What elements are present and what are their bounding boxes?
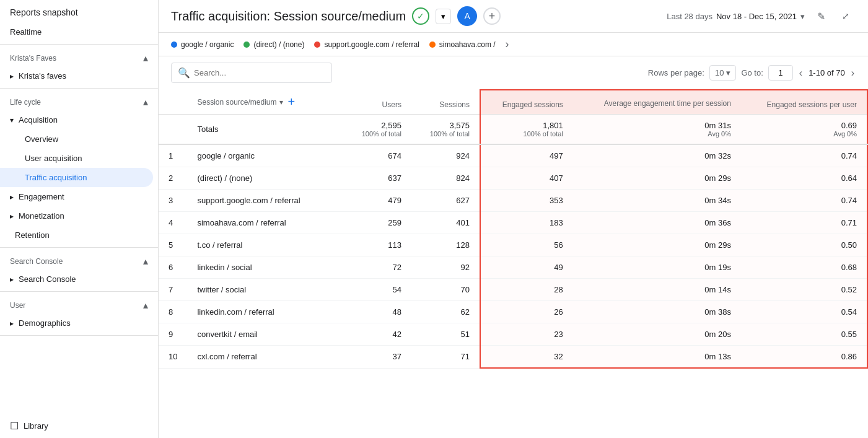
page-title: Traffic acquisition: Session source/medi…: [171, 9, 406, 24]
row-num-9: 9: [159, 323, 187, 346]
customize-report-button[interactable]: ✎: [811, 6, 831, 26]
sidebar-item-library[interactable]: ☐ Library: [0, 414, 158, 438]
chevron-up-icon-4: ▴: [143, 299, 148, 311]
page-info: 1-10 of 70: [809, 68, 845, 77]
row-source-3: support.google.com / referral: [187, 190, 343, 212]
add-column-button[interactable]: +: [286, 95, 298, 109]
row-users-7: 54: [343, 279, 411, 301]
search-input[interactable]: [194, 68, 325, 77]
col-header-sessions[interactable]: Sessions: [411, 90, 480, 115]
col-header-source[interactable]: Session source/medium ▾ +: [187, 90, 343, 115]
legend-label-direct: (direct) / (none): [253, 40, 304, 49]
col-header-avg-engagement[interactable]: Average engagement time per session: [573, 90, 741, 115]
sidebar-item-acquisition[interactable]: ▾ Acquisition: [0, 110, 153, 129]
date-caret-icon[interactable]: ▾: [800, 12, 805, 21]
search-box[interactable]: 🔍: [171, 63, 332, 83]
legend-label-support: support.google.com / referral: [324, 40, 419, 49]
sidebar-section-kristas-faves[interactable]: Krista's Faves ▴: [0, 47, 158, 66]
add-comparison-button[interactable]: +: [483, 7, 501, 25]
sidebar: Reports snapshot Realtime Krista's Faves…: [0, 0, 159, 438]
legend-item-simoahava[interactable]: simoahava.com /: [429, 40, 496, 49]
row-engaged-sessions-9: 23: [480, 323, 573, 346]
row-source-1: google / organic: [187, 144, 343, 167]
header-icons: ✎ ⤢: [811, 6, 856, 26]
table-header-row: Session source/medium ▾ + Users Sessions…: [159, 90, 867, 115]
row-users-9: 42: [343, 323, 411, 346]
sidebar-section-user[interactable]: User ▴: [0, 294, 158, 313]
row-avg-engagement-5: 0m 29s: [573, 234, 741, 256]
arrow-right-icon-4: ▸: [10, 319, 14, 328]
table-row: 7 twitter / social 54 70 28 0m 14s 0.52: [159, 279, 867, 301]
row-source-5: t.co / referral: [187, 234, 343, 256]
table-row: 6 linkedin / social 72 92 49 0m 19s 0.68: [159, 256, 867, 279]
table-row: 5 t.co / referral 113 128 56 0m 29s 0.50: [159, 234, 867, 256]
row-num-2: 2: [159, 167, 187, 190]
table-row: 2 (direct) / (none) 637 824 407 0m 29s 0…: [159, 167, 867, 190]
legend-bar: google / organic (direct) / (none) suppo…: [159, 33, 868, 56]
sidebar-item-realtime[interactable]: Realtime: [0, 22, 158, 42]
goto-input[interactable]: [768, 65, 793, 81]
col-sort-icon: ▾: [279, 98, 283, 107]
divider-4: [0, 291, 158, 292]
chevron-down-icon: ▾: [441, 12, 445, 21]
arrow-right-icon-3: ▸: [10, 275, 14, 284]
row-num-5: 5: [159, 234, 187, 256]
status-check-icon[interactable]: ✓: [412, 7, 429, 25]
totals-row: Totals 2,595 100% of total 3,575 100% of…: [159, 115, 867, 145]
row-source-4: simoahava.com / referral: [187, 212, 343, 234]
rows-value: 10: [715, 68, 724, 77]
col-header-users[interactable]: Users: [343, 90, 411, 115]
sidebar-item-traffic-acquisition[interactable]: Traffic acquisition: [0, 168, 153, 187]
sidebar-item-reports-snapshot[interactable]: Reports snapshot: [0, 0, 158, 22]
row-users-4: 259: [343, 212, 411, 234]
sidebar-item-user-acquisition[interactable]: User acquisition: [0, 149, 153, 168]
sidebar-item-engagement[interactable]: ▸ Engagement: [0, 187, 153, 206]
sidebar-section-life-cycle[interactable]: Life cycle ▴: [0, 91, 158, 110]
sidebar-item-monetization[interactable]: ▸ Monetization: [0, 206, 153, 226]
prev-page-button[interactable]: ‹: [798, 66, 804, 80]
row-source-8: linkedin.com / referral: [187, 301, 343, 323]
row-engaged-per-user-5: 0.50: [741, 234, 867, 256]
divider-1: [0, 44, 158, 45]
date-range-dates: Nov 18 - Dec 15, 2021: [716, 12, 797, 21]
rows-chevron-icon: ▾: [726, 68, 730, 77]
share-icon: ⤢: [842, 11, 849, 21]
table-row: 8 linkedin.com / referral 48 62 26 0m 38…: [159, 301, 867, 323]
totals-label: Totals: [187, 115, 343, 145]
chevron-up-icon-2: ▴: [143, 96, 148, 108]
next-page-button[interactable]: ›: [850, 66, 856, 80]
row-num-header: [159, 90, 187, 115]
date-range: Last 28 days Nov 18 - Dec 15, 2021 ▾: [667, 12, 805, 21]
totals-engaged-per-user: 0.69 Avg 0%: [741, 115, 867, 145]
sidebar-item-retention[interactable]: Retention: [0, 226, 153, 245]
legend-more-button[interactable]: ›: [506, 38, 509, 51]
legend-item-google-organic[interactable]: google / organic: [171, 40, 234, 49]
row-num-4: 4: [159, 212, 187, 234]
legend-dot-google: [171, 42, 177, 48]
sidebar-section-search-console[interactable]: Search Console ▴: [0, 250, 158, 269]
col-header-engaged-sessions[interactable]: Engaged sessions: [480, 90, 573, 115]
title-dropdown-button[interactable]: ▾: [436, 9, 451, 24]
row-engaged-sessions-4: 183: [480, 212, 573, 234]
col-header-engaged-per-user[interactable]: Engaged sessions per user: [741, 90, 867, 115]
row-sessions-1: 924: [411, 144, 480, 167]
avatar[interactable]: A: [457, 6, 477, 26]
table-row: 9 convertkit / email 42 51 23 0m 20s 0.5…: [159, 323, 867, 346]
rows-per-page-select[interactable]: 10 ▾: [709, 65, 736, 81]
row-sessions-5: 128: [411, 234, 480, 256]
row-source-7: twitter / social: [187, 279, 343, 301]
sidebar-item-kristas-faves[interactable]: ▸ Krista's faves: [0, 66, 153, 85]
share-button[interactable]: ⤢: [836, 6, 856, 26]
pagination-area: Rows per page: 10 ▾ Go to: ‹ 1-10 of 70 …: [648, 65, 856, 81]
legend-label-simoahava: simoahava.com /: [439, 40, 496, 49]
sidebar-item-search-console[interactable]: ▸ Search Console: [0, 269, 153, 289]
sidebar-item-demographics[interactable]: ▸ Demographics: [0, 313, 153, 333]
row-source-6: linkedin / social: [187, 256, 343, 279]
legend-item-support-google[interactable]: support.google.com / referral: [314, 40, 419, 49]
divider-5: [0, 335, 158, 336]
sidebar-item-overview[interactable]: Overview: [0, 129, 153, 149]
legend-item-direct[interactable]: (direct) / (none): [243, 40, 304, 49]
row-engaged-sessions-6: 49: [480, 256, 573, 279]
row-avg-engagement-7: 0m 14s: [573, 279, 741, 301]
row-sessions-9: 51: [411, 323, 480, 346]
